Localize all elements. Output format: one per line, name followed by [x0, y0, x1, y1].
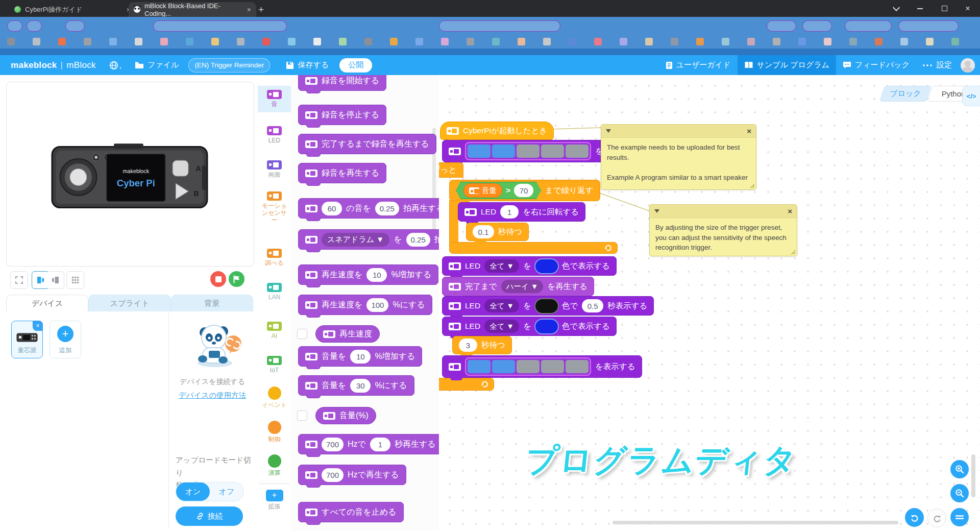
canvas-vscrollbar[interactable]	[971, 454, 975, 497]
led-strip-cell[interactable]	[517, 144, 540, 158]
stage-layout-large-button[interactable]	[47, 271, 64, 289]
bookmark-favicon[interactable]	[696, 38, 704, 45]
script-display-strip-2[interactable]: を表示する	[442, 355, 642, 378]
script-canvas[interactable]: CyberPiが起動したとき を表示する ずっと 音量 > 70 まで繰り返す …	[439, 75, 980, 531]
script-hat-when-started[interactable]: CyberPiが起動したとき	[440, 122, 554, 140]
comment-upload-note[interactable]: × The example needs to be uploaded for b…	[601, 124, 756, 190]
script-forever-top[interactable]: ずっと	[439, 162, 463, 178]
category-画面[interactable]: 画面	[258, 160, 291, 179]
file-menu[interactable]: ファイル	[128, 55, 185, 75]
category-LED[interactable]: LED	[258, 126, 291, 144]
category-AI[interactable]: AI	[258, 322, 291, 340]
script-led-all-black[interactable]: LED 全て ▼ を 色で 0.5 秒表示する	[442, 296, 654, 316]
value-05[interactable]: 0.5	[582, 299, 603, 312]
new-tab-button[interactable]: +	[253, 2, 271, 17]
color-input-blue[interactable]	[535, 320, 558, 333]
center-script-button[interactable]	[950, 508, 969, 526]
category-IoT[interactable]: IoT	[258, 356, 291, 374]
collapse-triangle-icon[interactable]	[654, 209, 659, 213]
bookmark-favicon[interactable]	[237, 38, 244, 45]
palette-block[interactable]: 完了するまで録音を再生する	[298, 134, 436, 154]
palette-block[interactable]: 録音を再生する	[298, 163, 386, 183]
script-wait-01[interactable]: 0.1 秒待つ	[466, 223, 529, 241]
bookmark-favicon[interactable]	[135, 38, 142, 45]
led-strip-cell[interactable]	[517, 360, 540, 373]
window-minimize-button[interactable]	[909, 0, 931, 17]
condition-greater[interactable]: 音量 > 70	[456, 182, 541, 199]
palette-block[interactable]: スネアドラム ▼を0.25拍で再生する	[298, 229, 439, 250]
palette-reporter[interactable]: 再生速度	[315, 325, 380, 343]
comment-close-icon[interactable]: ×	[747, 127, 751, 135]
bookmark-favicon[interactable]	[313, 38, 321, 45]
bookmark-favicon[interactable]	[186, 38, 193, 45]
category-LAN[interactable]: LAN	[258, 283, 291, 301]
tab-blocks-mode[interactable]: ブロック	[882, 86, 929, 102]
led-strip-cell[interactable]	[541, 144, 564, 158]
bookmark-favicon[interactable]	[109, 38, 117, 45]
bookmark-favicon[interactable]	[492, 38, 500, 45]
led-strip-cell[interactable]	[468, 360, 491, 373]
palette-block[interactable]: 60の音を0.25拍再生する	[298, 198, 439, 219]
led-select-dropdown[interactable]: 全て ▼	[484, 259, 519, 273]
bookmark-favicon[interactable]	[33, 38, 40, 45]
block-number-input[interactable]: 0.25	[406, 233, 430, 247]
window-maximize-button[interactable]	[933, 0, 955, 17]
bookmark-favicon[interactable]	[875, 38, 883, 45]
tab-background[interactable]: 背景	[171, 295, 253, 311]
value-1[interactable]: 1	[500, 205, 519, 219]
led-strip-input[interactable]	[465, 142, 591, 160]
redo-button[interactable]	[927, 509, 946, 527]
led-select-dropdown[interactable]: 全て ▼	[484, 299, 519, 312]
value-01[interactable]: 0.1	[473, 225, 494, 238]
stage-fullscreen-button[interactable]	[10, 271, 28, 289]
value-3[interactable]: 3	[459, 339, 477, 352]
zoom-out-button[interactable]	[950, 484, 969, 502]
upload-mode-toggle[interactable]: オン オフ	[176, 482, 244, 501]
palette-block[interactable]: 音量を30%にする	[298, 375, 414, 396]
sound-select-dropdown[interactable]: ハーイ ▼	[501, 280, 544, 293]
browser-tab-guide[interactable]: CyberPi操作ガイド ×	[9, 2, 136, 17]
device-usage-link[interactable]: デバイスの使用方法	[169, 391, 255, 400]
toggle-off[interactable]: オフ	[210, 482, 243, 501]
palette-block[interactable]: 700Hzで再生する	[298, 465, 406, 485]
category-演算[interactable]: 演算	[258, 454, 291, 477]
avatar[interactable]	[961, 58, 975, 73]
bookmark-favicon[interactable]	[824, 38, 831, 45]
value-70[interactable]: 70	[514, 184, 533, 197]
zoom-in-button[interactable]	[950, 460, 969, 478]
comment-header[interactable]: ×	[650, 205, 797, 218]
bookmark-favicon[interactable]	[543, 38, 551, 45]
script-play-until-done[interactable]: 完了まで ハーイ ▼ を再生する	[442, 277, 594, 296]
bookmark-favicon[interactable]	[900, 38, 908, 45]
script-repeat-until[interactable]: 音量 > 70 まで繰り返す	[449, 180, 600, 201]
bookmark-favicon[interactable]	[390, 38, 398, 45]
bookmark-favicon[interactable]	[620, 38, 627, 45]
palette-checkbox[interactable]	[297, 411, 307, 421]
feedback-button[interactable]: フィードバック	[836, 55, 916, 75]
palette-checkbox[interactable]	[297, 329, 307, 339]
led-strip-cell[interactable]	[468, 144, 491, 158]
device-card-cyberpi[interactable]: × 童芯派	[11, 321, 43, 358]
tab-close-icon[interactable]: ×	[247, 6, 251, 14]
add-device-card[interactable]: + 追加	[50, 321, 81, 358]
undo-button[interactable]	[905, 508, 924, 527]
canvas-hscrollbar[interactable]	[612, 521, 898, 524]
led-strip-cell[interactable]	[541, 360, 564, 373]
palette-block[interactable]: 700Hzで1秒再生する	[298, 434, 439, 454]
green-flag-button[interactable]	[229, 271, 244, 287]
bookmark-favicon[interactable]	[84, 38, 91, 45]
code-panel-tab[interactable]: </>	[962, 86, 980, 106]
block-number-input[interactable]: 10	[350, 350, 371, 364]
bookmark-favicon[interactable]	[518, 38, 525, 45]
comment-trigger-note[interactable]: × By adjusting the size of the trigger p…	[649, 204, 797, 256]
settings-button[interactable]: 設定	[916, 55, 959, 75]
project-name[interactable]: (EN) Trigger Reminder	[185, 55, 273, 75]
led-strip-cell[interactable]	[566, 360, 589, 373]
category-制御[interactable]: 制御	[258, 421, 291, 443]
script-forever-bottom[interactable]	[439, 378, 494, 391]
bookmark-favicon[interactable]	[645, 38, 653, 45]
bookmark-favicon[interactable]	[951, 38, 959, 45]
category-イベント[interactable]: イベント	[258, 387, 291, 409]
remove-device-icon[interactable]: ×	[33, 321, 43, 331]
collapse-triangle-icon[interactable]	[606, 129, 611, 133]
